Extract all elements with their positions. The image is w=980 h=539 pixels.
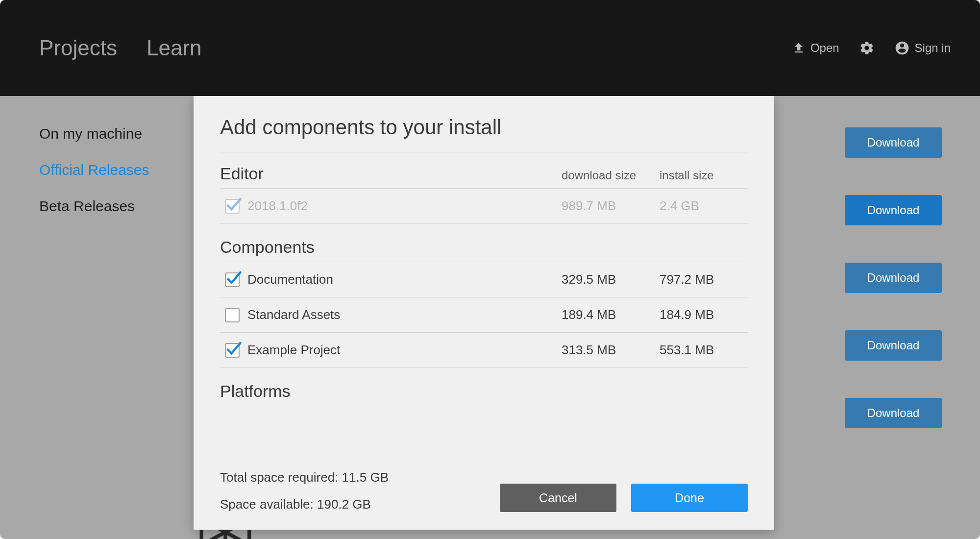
editor-version-label: 2018.1.0f2 (247, 198, 562, 214)
signin-label: Sign in (915, 41, 951, 55)
component-install-size: 184.9 MB (660, 307, 748, 322)
component-row: Example Project 313.5 MB 553.1 MB (220, 333, 748, 368)
topbar-tabs: Projects Learn (39, 36, 202, 60)
component-install-size: 797.2 MB (660, 272, 748, 287)
check-icon (225, 196, 243, 214)
component-label: Example Project (247, 343, 562, 358)
done-button[interactable]: Done (631, 484, 748, 512)
dialog-title: Add components to your install (220, 116, 748, 139)
gear-icon (859, 40, 875, 56)
column-download-size: download size (562, 169, 660, 182)
tab-projects[interactable]: Projects (39, 36, 117, 60)
dialog-footer: Total space required: 11.5 GB Space avai… (220, 470, 748, 512)
editor-section-header: Editor download size install size (220, 164, 748, 183)
open-label: Open (810, 41, 839, 55)
account-icon (894, 40, 910, 56)
check-icon (225, 340, 243, 358)
check-icon (225, 270, 243, 287)
components-list: Documentation 329.5 MB 797.2 MB Standard… (220, 262, 748, 368)
topbar-actions: Open Sign in (792, 40, 951, 56)
cancel-button[interactable]: Cancel (500, 484, 616, 512)
component-download-size: 329.5 MB (562, 272, 660, 287)
total-space-required: Total space required: 11.5 GB (220, 470, 389, 485)
checkbox-example-project[interactable] (225, 343, 240, 358)
main-body: On my machine Official Releases Beta Rel… (0, 96, 980, 539)
editor-row: 2018.1.0f2 989.7 MB 2.4 GB (220, 189, 748, 223)
upload-icon (792, 41, 806, 55)
component-row: Standard Assets 189.4 MB 184.9 MB (220, 297, 748, 333)
editor-section-label: Editor (220, 164, 562, 183)
editor-list: 2018.1.0f2 989.7 MB 2.4 GB (220, 188, 748, 224)
checkbox-standard-assets[interactable] (225, 308, 240, 322)
component-row: Documentation 329.5 MB 797.2 MB (220, 262, 748, 297)
editor-download-size: 989.7 MB (562, 198, 660, 214)
component-label: Standard Assets (247, 307, 562, 322)
components-section-label: Components (220, 238, 748, 257)
component-label: Documentation (247, 272, 562, 287)
signin-button[interactable]: Sign in (894, 40, 951, 56)
add-components-dialog: Add components to your install Editor do… (194, 96, 774, 530)
platforms-section-label: Platforms (220, 382, 748, 401)
space-available: Space available: 190.2 GB (220, 497, 389, 512)
checkbox-editor (225, 199, 240, 214)
editor-install-size: 2.4 GB (660, 198, 748, 214)
checkbox-documentation[interactable] (225, 272, 240, 287)
component-download-size: 189.4 MB (562, 307, 660, 322)
tab-learn[interactable]: Learn (147, 36, 202, 60)
topbar: Projects Learn Open Sign in (0, 0, 980, 96)
column-install-size: install size (660, 169, 748, 182)
space-info: Total space required: 11.5 GB Space avai… (220, 470, 389, 512)
component-download-size: 313.5 MB (562, 343, 660, 358)
settings-button[interactable] (859, 40, 875, 56)
open-button[interactable]: Open (792, 41, 839, 55)
component-install-size: 553.1 MB (660, 343, 748, 358)
